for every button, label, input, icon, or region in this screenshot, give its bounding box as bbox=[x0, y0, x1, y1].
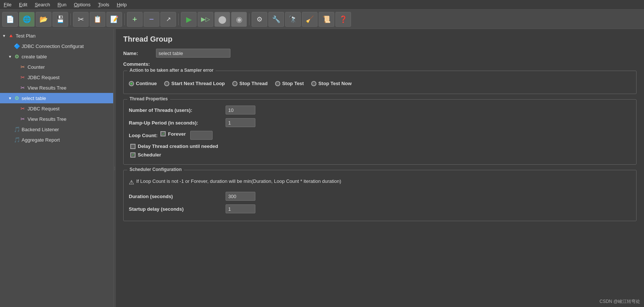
radio-stop-test-circle bbox=[275, 81, 280, 86]
copy-button[interactable]: 📋 bbox=[90, 12, 105, 27]
arrow-test-plan: ▼ bbox=[2, 34, 7, 38]
menu-edit[interactable]: Edit bbox=[17, 1, 29, 8]
help-button[interactable]: ❓ bbox=[335, 12, 351, 27]
menu-search[interactable]: Search bbox=[33, 1, 51, 8]
menu-run[interactable]: Run bbox=[56, 1, 68, 8]
delay-thread-checkbox-box bbox=[130, 144, 136, 149]
arrow-select: ▼ bbox=[8, 96, 13, 100]
scheduler-checkbox[interactable]: Scheduler bbox=[129, 152, 631, 158]
forever-checkbox[interactable]: Forever bbox=[160, 131, 186, 137]
loop-count-label: Loop Count: bbox=[129, 133, 157, 138]
tree-item-view-results-2[interactable]: ✂ View Results Tree bbox=[0, 114, 113, 124]
help2-button[interactable]: 🔧 bbox=[268, 12, 284, 27]
name-input[interactable] bbox=[156, 49, 230, 58]
tree-item-backend-listener[interactable]: 🎵 Backend Listener bbox=[0, 124, 113, 135]
menu-help[interactable]: Help bbox=[115, 1, 128, 8]
warning-icon: ⚠ bbox=[129, 179, 134, 186]
tree-label-jdbc: JDBC Connection Configurat bbox=[22, 43, 111, 49]
aggregate-icon: 🎵 bbox=[13, 136, 20, 143]
save-button[interactable]: 💾 bbox=[52, 12, 68, 27]
new-button[interactable]: 📄 bbox=[2, 12, 18, 27]
thread-properties-title: Thread Properties bbox=[127, 96, 170, 101]
select-table-icon: ⚙ bbox=[13, 95, 20, 101]
toggle-button[interactable]: ↗ bbox=[160, 12, 176, 27]
counter-icon: ✂ bbox=[19, 64, 26, 70]
start-no-pause-button[interactable]: ▶▷ bbox=[198, 12, 213, 27]
scheduler-label: Scheduler bbox=[138, 152, 161, 158]
menu-tools[interactable]: Tools bbox=[96, 1, 111, 8]
thread-properties-section: Thread Properties Number of Threads (use… bbox=[123, 99, 637, 165]
num-threads-row: Number of Threads (users): bbox=[129, 106, 631, 114]
tree-item-jdbc-request-1[interactable]: ✂ JDBC Request bbox=[0, 72, 113, 83]
duration-input[interactable] bbox=[226, 192, 255, 201]
stop-now-button[interactable]: ◉ bbox=[231, 12, 247, 27]
search-button[interactable]: 🔭 bbox=[285, 12, 301, 27]
menubar: File Edit Search Run Options Tools Help bbox=[0, 0, 644, 10]
tree-item-create-table[interactable]: ▼ ⚙ create table bbox=[0, 51, 113, 62]
radio-stop-thread-circle bbox=[232, 81, 237, 86]
radio-stop-test-now-label: Stop Test Now bbox=[318, 81, 351, 86]
scheduler-warning-text: If Loop Count is not -1 or Forever, dura… bbox=[136, 178, 341, 184]
radio-stop-test-now[interactable]: Stop Test Now bbox=[311, 81, 351, 86]
view-results-2-icon: ✂ bbox=[19, 116, 26, 122]
tree-item-aggregate-report[interactable]: 🎵 Aggregate Report bbox=[0, 135, 113, 145]
scheduler-checkbox-box bbox=[130, 152, 136, 158]
separator-1 bbox=[70, 13, 71, 25]
duration-row: Duration (seconds) bbox=[129, 192, 631, 201]
radio-continue-circle bbox=[129, 81, 134, 86]
tree-label-jdbc-req-2: JDBC Request bbox=[28, 106, 111, 112]
stop-button[interactable]: ⬤ bbox=[214, 12, 230, 27]
name-row: Name: bbox=[123, 49, 637, 58]
tree-item-jdbc-connection[interactable]: 🔷 JDBC Connection Configurat bbox=[0, 41, 113, 51]
add-button[interactable]: + bbox=[127, 12, 143, 27]
load-button[interactable]: 📂 bbox=[36, 12, 51, 27]
ramp-up-input[interactable] bbox=[226, 118, 255, 127]
tree-label-test-plan: Test Plan bbox=[16, 33, 111, 39]
tree-item-test-plan[interactable]: ▼ 🔺 Test Plan bbox=[0, 30, 113, 41]
tree-item-jdbc-request-2[interactable]: ✂ JDBC Request bbox=[0, 103, 113, 114]
start-button[interactable]: ▶ bbox=[181, 12, 197, 27]
tree-item-view-results-1[interactable]: ✂ View Results Tree bbox=[0, 83, 113, 93]
sidebar: ▼ 🔺 Test Plan 🔷 JDBC Connection Configur… bbox=[0, 29, 114, 307]
menu-file[interactable]: File bbox=[2, 1, 13, 8]
tree-label-view-2: View Results Tree bbox=[28, 116, 111, 122]
delay-thread-checkbox[interactable]: Delay Thread creation until needed bbox=[129, 143, 631, 149]
loop-count-input[interactable] bbox=[190, 131, 213, 140]
remove-button[interactable]: − bbox=[144, 12, 159, 27]
thread-properties-content: Number of Threads (users): Ramp-Up Perio… bbox=[124, 100, 636, 164]
duration-label: Duration (seconds) bbox=[129, 194, 226, 199]
tree-item-counter[interactable]: ✂ Counter bbox=[0, 62, 113, 72]
radio-stop-test-now-circle bbox=[311, 81, 316, 86]
settings-button[interactable]: ⚙ bbox=[252, 12, 267, 27]
startup-delay-input[interactable] bbox=[226, 204, 255, 213]
radio-stop-thread[interactable]: Stop Thread bbox=[232, 81, 268, 86]
jdbc-request-2-icon: ✂ bbox=[19, 105, 26, 112]
delay-thread-label: Delay Thread creation until needed bbox=[138, 143, 218, 149]
radio-start-next[interactable]: Start Next Thread Loop bbox=[164, 81, 225, 86]
scroll-button[interactable]: 📜 bbox=[319, 12, 334, 27]
sampler-error-title: Action to be taken after a Sampler error bbox=[127, 68, 216, 73]
num-threads-input[interactable] bbox=[226, 106, 255, 114]
jdbc-icon: 🔷 bbox=[13, 43, 20, 49]
comments-row: Comments: bbox=[123, 61, 637, 67]
cut-button[interactable]: ✂ bbox=[73, 12, 89, 27]
clear-button[interactable]: 🧹 bbox=[302, 12, 318, 27]
backend-icon: 🎵 bbox=[13, 126, 20, 133]
scheduler-config-section: Scheduler Configuration ⚠ If Loop Count … bbox=[123, 170, 637, 221]
open-button[interactable]: 🌐 bbox=[19, 12, 35, 27]
ramp-up-label: Ramp-Up Period (in seconds): bbox=[129, 120, 226, 126]
separator-2 bbox=[124, 13, 125, 25]
radio-group-error-action: Continue Start Next Thread Loop Stop Thr… bbox=[129, 77, 631, 90]
menu-options[interactable]: Options bbox=[72, 1, 92, 8]
scheduler-config-title: Scheduler Configuration bbox=[127, 167, 184, 172]
sampler-error-section: Action to be taken after a Sampler error… bbox=[123, 71, 637, 94]
paste-button[interactable]: 📝 bbox=[106, 12, 122, 27]
forever-checkbox-box bbox=[160, 131, 166, 136]
radio-stop-test[interactable]: Stop Test bbox=[275, 81, 304, 86]
create-table-icon: ⚙ bbox=[13, 53, 20, 60]
jdbc-request-1-icon: ✂ bbox=[19, 74, 26, 81]
tree-item-select-table[interactable]: ▼ ⚙ select table bbox=[0, 93, 113, 103]
radio-continue[interactable]: Continue bbox=[129, 81, 157, 86]
tree-label-backend: Backend Listener bbox=[22, 127, 111, 132]
radio-start-next-label: Start Next Thread Loop bbox=[171, 81, 225, 86]
